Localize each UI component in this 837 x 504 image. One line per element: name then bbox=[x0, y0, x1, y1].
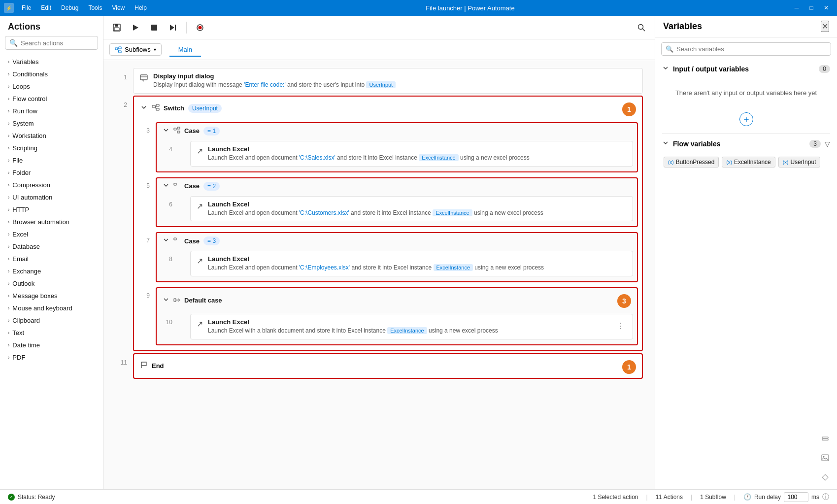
sidebar-item-exchange[interactable]: › Exchange bbox=[0, 265, 103, 277]
row-number-7: 7 bbox=[138, 232, 150, 244]
sidebar-item-datetime[interactable]: › Date time bbox=[0, 339, 103, 351]
tab-main[interactable]: Main bbox=[169, 43, 201, 57]
input-output-header[interactable]: Input / output variables 0 bbox=[662, 65, 830, 73]
sidebar-item-loops[interactable]: › Loops bbox=[0, 80, 103, 93]
toolbar bbox=[103, 16, 655, 39]
action-launch-excel-2[interactable]: ↗ Launch Excel Launch Excel and open doc… bbox=[190, 196, 633, 222]
svg-rect-19 bbox=[152, 105, 155, 107]
run-delay-input[interactable] bbox=[784, 492, 808, 502]
sidebar-item-outlook[interactable]: › Outlook bbox=[0, 277, 103, 290]
flow-vars-header[interactable]: Flow variables 3 ▽ bbox=[662, 139, 830, 148]
sidebar-item-scripting[interactable]: › Scripting bbox=[0, 142, 103, 154]
window-controls[interactable]: ─ □ ✕ bbox=[790, 1, 833, 15]
case3-action-row: 8 ↗ Launch Excel bbox=[161, 251, 633, 276]
menu-help[interactable]: Help bbox=[131, 3, 151, 12]
chevron-icon: › bbox=[8, 318, 9, 323]
image-icon[interactable] bbox=[817, 450, 833, 466]
save-button[interactable] bbox=[109, 20, 124, 35]
sidebar-item-message-boxes[interactable]: › Message boxes bbox=[0, 290, 103, 302]
chevron-icon: › bbox=[8, 330, 9, 336]
stop-button[interactable] bbox=[147, 20, 162, 35]
case2-container: 5 bbox=[134, 175, 642, 231]
sidebar-item-browser-automation[interactable]: › Browser automation bbox=[0, 216, 103, 228]
sidebar-item-compression[interactable]: › Compression bbox=[0, 179, 103, 191]
case1-inner: 4 ↗ Launch Excel bbox=[157, 139, 637, 171]
sidebar-item-label: Conditionals bbox=[12, 70, 48, 78]
var-chip-excelinstance[interactable]: (x) ExcelInstance bbox=[722, 157, 775, 168]
search-button[interactable] bbox=[634, 20, 649, 35]
sidebar-item-pdf[interactable]: › PDF bbox=[0, 351, 103, 364]
menu-debug[interactable]: Debug bbox=[57, 3, 82, 12]
case1-label: Case bbox=[184, 127, 200, 134]
sidebar-item-folder[interactable]: › Folder bbox=[0, 167, 103, 179]
menu-tools[interactable]: Tools bbox=[84, 3, 106, 12]
menu-view[interactable]: View bbox=[108, 3, 129, 12]
menu-file[interactable]: File bbox=[18, 3, 35, 12]
sidebar-item-label: Folder bbox=[12, 169, 31, 176]
subflows-dropdown[interactable]: Subflows ▾ bbox=[109, 43, 162, 56]
maximize-button[interactable]: □ bbox=[804, 1, 818, 15]
case1-value: = 1 bbox=[203, 127, 220, 135]
sidebar-item-excel[interactable]: › Excel bbox=[0, 228, 103, 240]
selected-action-text: 1 Selected action bbox=[593, 494, 638, 501]
sidebar-item-conditionals[interactable]: › Conditionals bbox=[0, 68, 103, 80]
sidebar-item-database[interactable]: › Database bbox=[0, 240, 103, 253]
sidebar-item-text[interactable]: › Text bbox=[0, 327, 103, 339]
action-desc: Display input dialog with message 'Enter… bbox=[153, 81, 636, 89]
menu-bar[interactable]: File Edit Debug Tools View Help bbox=[18, 3, 151, 12]
actions-search-input[interactable] bbox=[21, 39, 103, 47]
variables-search-input[interactable] bbox=[676, 45, 827, 53]
sidebar-item-ui-automation[interactable]: › UI automation bbox=[0, 191, 103, 203]
run-button[interactable] bbox=[128, 20, 143, 35]
desc-text: Display input dialog with message bbox=[153, 81, 242, 88]
svg-rect-6 bbox=[175, 25, 176, 31]
var-chip-buttonpressed[interactable]: (x) ButtonPressed bbox=[664, 157, 719, 168]
diamond-icon[interactable] bbox=[817, 470, 833, 485]
case3-header[interactable]: Case = 3 bbox=[157, 233, 637, 249]
actions-search-box[interactable]: 🔍 bbox=[5, 36, 98, 50]
sidebar-item-system[interactable]: › System bbox=[0, 117, 103, 130]
end-block[interactable]: End 1 bbox=[133, 353, 643, 379]
step-button[interactable] bbox=[166, 20, 180, 35]
collapse-icon bbox=[163, 296, 169, 304]
sidebar-item-label: Flow control bbox=[12, 95, 47, 102]
default-action-content: ↗ Launch Excel Launch Excel with a blank… bbox=[178, 314, 633, 339]
case2-header[interactable]: Case = 2 bbox=[157, 178, 637, 194]
sidebar-item-mouse-keyboard[interactable]: › Mouse and keyboard bbox=[0, 302, 103, 314]
svg-rect-34 bbox=[822, 455, 829, 461]
run-delay-box: 🕐 Run delay ms ⓘ bbox=[743, 492, 829, 502]
sidebar-item-run-flow[interactable]: › Run flow bbox=[0, 105, 103, 117]
chevron-icon: › bbox=[8, 59, 9, 65]
case1-header[interactable]: Case = 1 bbox=[157, 123, 637, 139]
case3-label: Case bbox=[184, 237, 200, 245]
var-chip-userinput[interactable]: (x) UserInput bbox=[778, 157, 821, 168]
variables-close-button[interactable]: ✕ bbox=[821, 21, 829, 32]
sidebar-item-variables[interactable]: › Variables bbox=[0, 56, 103, 68]
action-launch-excel-3[interactable]: ↗ Launch Excel Launch Excel and open doc… bbox=[190, 251, 633, 276]
record-button[interactable] bbox=[193, 20, 207, 35]
sidebar-item-workstation[interactable]: › Workstation bbox=[0, 130, 103, 142]
sidebar-item-email[interactable]: › Email bbox=[0, 253, 103, 265]
close-button[interactable]: ✕ bbox=[819, 1, 833, 15]
case1-block: Case = 1 4 bbox=[156, 122, 638, 172]
actions-panel: Actions 🔍 › Variables › Conditionals › L… bbox=[0, 16, 103, 489]
case3-row: 7 bbox=[138, 232, 638, 282]
action-menu-button[interactable]: ⋮ bbox=[615, 320, 627, 332]
action-display-input-dialog[interactable]: Display input dialog Display input dialo… bbox=[133, 68, 643, 94]
svg-rect-4 bbox=[151, 25, 157, 31]
sidebar-item-clipboard[interactable]: › Clipboard bbox=[0, 314, 103, 327]
add-variable-button[interactable]: ＋ bbox=[739, 112, 753, 126]
variables-search-box[interactable]: 🔍 bbox=[661, 42, 831, 56]
action-launch-excel-1[interactable]: ↗ Launch Excel Launch Excel and open doc… bbox=[190, 141, 633, 167]
action-launch-excel-default[interactable]: ↗ Launch Excel Launch Excel with a blank… bbox=[190, 314, 633, 339]
default-case-header[interactable]: Default case 3 bbox=[157, 288, 637, 312]
sidebar-item-file[interactable]: › File bbox=[0, 154, 103, 167]
switch-header[interactable]: Switch UserInput 1 bbox=[134, 97, 642, 120]
layers-icon[interactable] bbox=[817, 430, 833, 446]
sidebar-item-http[interactable]: › HTTP bbox=[0, 203, 103, 216]
minimize-button[interactable]: ─ bbox=[790, 1, 804, 15]
sidebar-item-flow-control[interactable]: › Flow control bbox=[0, 93, 103, 105]
menu-edit[interactable]: Edit bbox=[37, 3, 55, 12]
filter-icon[interactable]: ▽ bbox=[825, 140, 830, 148]
case1-content: Case = 1 4 bbox=[156, 122, 638, 172]
